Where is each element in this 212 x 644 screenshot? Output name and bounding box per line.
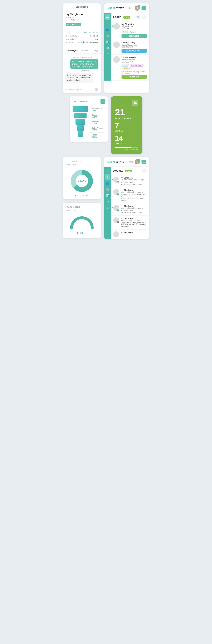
activity-detail-3: 511 Marina Ave <box>121 210 147 212</box>
activity-sidebar-leads[interactable] <box>105 168 110 174</box>
sidebar-item-leads[interactable] <box>105 14 110 20</box>
registered-label: Registered <box>66 41 73 43</box>
more-button[interactable]: ⋮ <box>142 15 147 20</box>
back-arrow-icon[interactable]: ‹ <box>66 6 67 8</box>
dismiss-link[interactable]: Dismiss <box>125 73 130 74</box>
sidebar-item-settings[interactable]: ⚙ <box>105 52 110 57</box>
funnel-name-4: Under Contract <box>92 127 105 129</box>
lead-details-card: ‹ Lead Details Ivy Singleton ivy@email.c… <box>63 4 101 93</box>
activity-value: 28 mins <box>93 38 98 40</box>
activity-sidebar-building[interactable]: 🏢 <box>105 186 110 192</box>
lead-phone: (444) 968-2313 <box>66 19 98 21</box>
activity-row: Last Activity 28 mins <box>66 38 98 41</box>
lead-item-info-3: Liliana Salazar liliana@email.com (777) … <box>121 56 147 79</box>
lead-details-header: ‹ Lead Details <box>63 4 101 10</box>
funnel-seg-4 <box>77 125 84 131</box>
funnel-pct-5: 22.2% <box>92 136 105 138</box>
sidebar-item-chart[interactable]: 📊 <box>105 39 110 44</box>
send-button[interactable]: ▶ <box>95 88 98 92</box>
activity-item-2[interactable]: 🖼 Ivy Singleton Viewed a listing 2 secon… <box>111 187 149 203</box>
activity-name-4: Ivy Singleton <box>121 217 147 219</box>
tag-sandiego[interactable]: San Diego <box>121 67 132 70</box>
listing-value[interactable]: 16946 Circa Del Sur <box>84 32 98 34</box>
activity-name-5: Ivy Singleton <box>121 231 147 234</box>
gauge-wrapper <box>66 214 98 230</box>
sources-header: LEAD SOURCES PAST 30 DAYS <box>66 160 98 166</box>
lead-name: Ivy Singleton <box>66 13 98 16</box>
leads-new-badge: 1 NEW <box>123 16 130 18</box>
activity-list-header: Activity 6 NEW ⋮ <box>111 167 149 175</box>
activity-item-1[interactable]: ♥ Ivy Singleton Saved a listing 2 second… <box>111 175 149 187</box>
gauge-center-text: 100 % <box>66 231 98 235</box>
sidebar-item-building[interactable]: 🏢 <box>105 33 110 38</box>
lead-list-item-3[interactable]: Liliana Salazar liliana@email.com (777) … <box>111 54 149 80</box>
lead-list-item-1[interactable]: Ivy Singleton ivy@email.com (444) 968-23… <box>111 21 149 40</box>
activity-sidebar-bolt[interactable]: ⚡ <box>105 174 110 180</box>
lead-item-phone-3: (777) 963-4545 <box>121 61 147 63</box>
lead-item-info-1: Ivy Singleton ivy@email.com (444) 968-23… <box>121 23 147 38</box>
activity-item-4[interactable]: 🔍 Ivy Singleton Made a search 2 mins ago… <box>111 216 149 230</box>
funnel-visual <box>73 106 88 137</box>
activity-item-3[interactable]: 🖼 Ivy Singleton Viewed a listing 2 secon… <box>111 203 149 216</box>
search-button[interactable]: 🔍 <box>136 15 141 20</box>
activity-price-2: From $1,875/month, 1-3 beds, 1-2 baths <box>121 198 147 202</box>
green-stats-card: 21 TODAY'S LEADS 7 UNREAD 14 CONTACTED 6… <box>111 96 142 154</box>
activity-sidebar-settings[interactable]: ⚙ <box>105 205 110 211</box>
tag-fha[interactable]: FHA <box>121 31 128 34</box>
reply-input-area[interactable]: Reply to Ivy Singleton ▶ <box>63 86 101 93</box>
activity-dot-1 <box>112 179 113 180</box>
activity-logo-text: REALESTATE <box>109 160 124 163</box>
sources-title-group: LEAD SOURCES PAST 30 DAYS <box>66 160 82 166</box>
leads-panel: ⌂ REALESTATE Hi, Chris C 1 <box>104 4 149 93</box>
lead-tags-1: FHA Poway <box>121 31 147 34</box>
heart-icon: ♥ <box>117 180 119 183</box>
activity-more-button[interactable]: ⋮ <box>142 168 147 173</box>
activity-menu-button[interactable] <box>141 160 146 164</box>
sidebar-item-people[interactable]: 👥 <box>105 27 110 32</box>
logo-icon: ⌂ <box>107 6 109 10</box>
follow-up-text: Last contacted 5 days ago. Follow up? Di… <box>121 71 147 74</box>
tag-poway[interactable]: Poway <box>128 31 136 34</box>
lead-status-3[interactable]: QUALIFIED <box>121 75 147 79</box>
activity-new-badge: 6 NEW <box>125 170 132 172</box>
logo-text: REALESTATE <box>109 7 124 10</box>
menu-line-1 <box>143 7 145 8</box>
sidebar-item-tag[interactable]: 🏷 <box>105 45 110 51</box>
activity-sidebar: ⚡ 👥 🏢 📊 🏷 ⚙ <box>104 167 111 239</box>
filter-button[interactable]: ⚗ <box>100 99 105 104</box>
progress-track <box>115 147 138 148</box>
legend-label-ppc: PPC <box>77 195 80 196</box>
lead-status-2[interactable]: NEW OPPORTUNITY <box>121 49 147 53</box>
activity-action-2: Viewed a listing 2 seconds ago <box>121 191 147 193</box>
activity-panel: ⌂ REALESTATE Hi, Chris C 1 <box>104 157 149 239</box>
lead-status-badge[interactable]: CONTACTED <box>66 23 81 26</box>
sidebar-item-bolt[interactable]: ⚡ <box>105 20 110 26</box>
tag-ftb[interactable]: First Time Buyer <box>130 64 144 66</box>
activity-sidebar-people[interactable]: 👥 <box>105 180 110 186</box>
menu-button[interactable] <box>141 6 146 10</box>
progress-fill <box>115 147 131 148</box>
budget-row: Estimated Budget $4,499,000 <box>66 34 98 38</box>
msg-timestamp-1: November 30, 2020 3:10 pm <box>65 56 98 58</box>
activity-panel-body: ⚡ 👥 🏢 📊 🏷 ⚙ Activity 6 NEW ⋮ <box>104 167 149 239</box>
tab-tags[interactable]: Tags <box>92 48 100 53</box>
tab-matches[interactable]: Matches <box>80 48 92 53</box>
leads-list-header: Leads 1 NEW 🔍 ⋮ <box>111 13 149 21</box>
legend-dot-direct <box>83 195 84 196</box>
lead-status-1[interactable]: CONTACTED <box>121 34 147 38</box>
activity-header-right: Hi, Chris C 1 <box>126 159 146 164</box>
notification-badge: 1 <box>138 5 140 7</box>
activity-menu-line-2 <box>143 162 145 162</box>
activity-item-5[interactable]: Ivy Singleton <box>111 230 149 239</box>
leads-icon <box>132 100 138 106</box>
lead-list-item-2[interactable]: Charles Lindy charles@email.com (555) 42… <box>111 40 149 54</box>
activity-sidebar-chart[interactable]: 📊 <box>105 193 110 198</box>
tab-messages[interactable]: Messages <box>66 48 80 53</box>
activity-title: Activity <box>113 169 123 172</box>
lead-item-phone-1: (444) 968-2313 <box>121 28 147 30</box>
listing-label: Listing <box>66 32 70 34</box>
lead-item-name-2: Charles Lindy <box>121 42 147 44</box>
leads-title-group: Leads 1 NEW <box>113 16 130 18</box>
tag-zip[interactable]: 92101 <box>121 64 129 66</box>
activity-sidebar-tag[interactable]: 🏷 <box>105 199 110 204</box>
